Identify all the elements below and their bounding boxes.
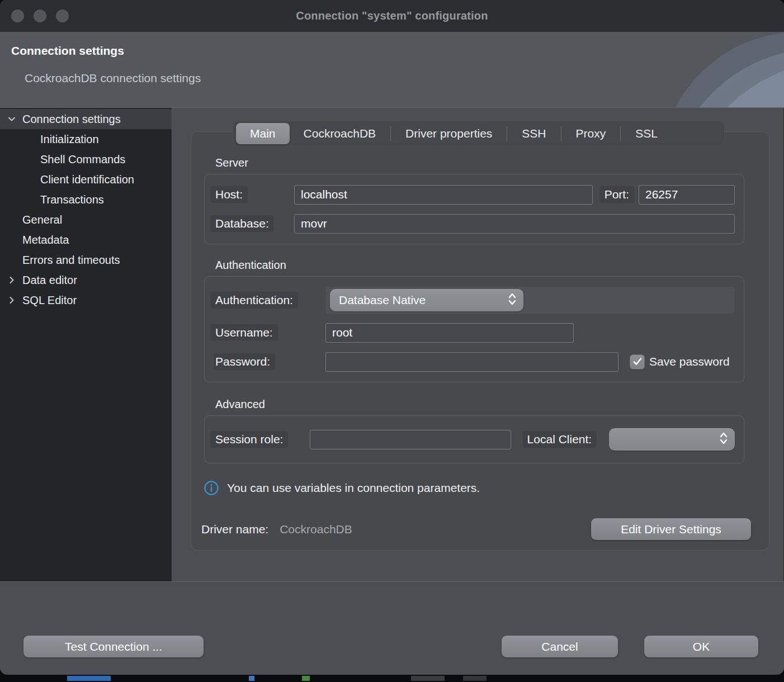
sidebar-item-initialization[interactable]: Initialization bbox=[0, 129, 172, 149]
authentication-label: Authentication: bbox=[214, 292, 321, 309]
chevron-down-icon[interactable] bbox=[6, 114, 18, 124]
sidebar-item-transactions[interactable]: Transactions bbox=[0, 190, 172, 210]
chevron-right-icon[interactable] bbox=[6, 295, 18, 305]
tabbar: MainCockroachDBDriver propertiesSSHProxy… bbox=[233, 121, 725, 146]
username-input[interactable] bbox=[325, 323, 574, 343]
local-client-select[interactable] bbox=[609, 428, 735, 451]
username-label: Username: bbox=[214, 324, 321, 341]
tab-main[interactable]: Main bbox=[236, 123, 290, 144]
info-icon bbox=[204, 480, 219, 496]
sidebar-item-label: Transactions bbox=[40, 193, 104, 206]
checkmark-icon bbox=[632, 357, 643, 367]
sidebar-item-label: General bbox=[22, 214, 62, 226]
page-title: Connection settings bbox=[11, 44, 124, 58]
advanced-section-label: Advanced bbox=[215, 398, 769, 411]
advanced-group: Session role: Local Client: bbox=[204, 415, 744, 463]
test-connection-button[interactable]: Test Connection ... bbox=[23, 636, 204, 657]
zoom-button[interactable] bbox=[56, 10, 69, 22]
sidebar-item-connection-settings[interactable]: Connection settings bbox=[0, 109, 172, 129]
session-role-input[interactable] bbox=[310, 430, 511, 449]
sidebar-item-label: Data editor bbox=[22, 274, 77, 287]
database-label: Database: bbox=[214, 215, 290, 232]
authentication-group: Authentication: Database Native Username… bbox=[204, 276, 744, 382]
sidebar-item-general[interactable]: General bbox=[0, 210, 172, 230]
header: Connection settings CockroachDB connecti… bbox=[0, 32, 784, 108]
sidebar-item-label: Errors and timeouts bbox=[22, 254, 120, 267]
port-label: Port: bbox=[603, 186, 634, 203]
tab-divider bbox=[390, 126, 391, 141]
sidebar-item-sql-editor[interactable]: SQL Editor bbox=[0, 290, 172, 310]
tab-ssh[interactable]: SSH bbox=[508, 123, 560, 144]
cancel-button[interactable]: Cancel bbox=[502, 636, 618, 657]
tab-divider bbox=[507, 126, 507, 141]
page-subtitle: CockroachDB connection settings bbox=[25, 72, 201, 85]
settings-tree: Connection settingsInitializationShell C… bbox=[0, 108, 172, 581]
server-group: Host: Port: Database: bbox=[204, 174, 744, 244]
authentication-select-value: Database Native bbox=[339, 293, 508, 307]
tab-driver-properties[interactable]: Driver properties bbox=[391, 123, 506, 144]
updown-chevrons-icon bbox=[719, 431, 728, 448]
ok-button[interactable]: OK bbox=[644, 636, 758, 657]
driver-name-value: CockroachDB bbox=[280, 523, 352, 536]
password-input[interactable] bbox=[325, 352, 618, 372]
sidebar-item-client-identification[interactable]: Client identification bbox=[0, 169, 172, 190]
sidebar-item-label: Shell Commands bbox=[40, 153, 125, 166]
save-password-label: Save password bbox=[649, 355, 730, 368]
password-label: Password: bbox=[214, 353, 321, 370]
tab-divider bbox=[620, 126, 621, 141]
tab-ssl[interactable]: SSL bbox=[621, 123, 672, 144]
sidebar-item-data-editor[interactable]: Data editor bbox=[0, 270, 172, 290]
server-section-label: Server bbox=[215, 157, 769, 169]
updown-chevrons-icon bbox=[508, 292, 517, 309]
footer: Test Connection ... Cancel OK bbox=[0, 581, 784, 675]
minimize-button[interactable] bbox=[34, 10, 46, 22]
host-input[interactable] bbox=[294, 185, 593, 205]
local-client-label: Local Client: bbox=[526, 431, 597, 448]
tab-proxy[interactable]: Proxy bbox=[562, 123, 620, 144]
dialog-body: Connection settingsInitializationShell C… bbox=[0, 108, 784, 581]
port-input[interactable] bbox=[639, 185, 735, 205]
sidebar-item-label: Client identification bbox=[40, 173, 134, 186]
tab-cockroachdb[interactable]: CockroachDB bbox=[290, 123, 390, 144]
sidebar-item-errors-and-timeouts[interactable]: Errors and timeouts bbox=[0, 250, 172, 270]
authentication-select[interactable]: Database Native bbox=[330, 289, 523, 311]
authentication-section-label: Authentication bbox=[215, 259, 769, 272]
sidebar-item-label: Connection settings bbox=[22, 113, 121, 126]
info-row: You can use variables in connection para… bbox=[204, 480, 769, 496]
session-role-label: Session role: bbox=[214, 431, 305, 448]
sidebar-item-label: SQL Editor bbox=[22, 294, 77, 307]
window-title: Connection "system" configuration bbox=[296, 10, 488, 22]
sidebar-item-shell-commands[interactable]: Shell Commands bbox=[0, 149, 172, 169]
database-input[interactable] bbox=[294, 214, 735, 234]
main-area: MainCockroachDBDriver propertiesSSHProxy… bbox=[173, 108, 784, 581]
titlebar: Connection "system" configuration bbox=[0, 0, 784, 32]
info-text: You can use variables in connection para… bbox=[227, 481, 480, 495]
sidebar-item-metadata[interactable]: Metadata bbox=[0, 230, 172, 250]
sidebar-item-label: Metadata bbox=[22, 234, 69, 247]
chevron-right-icon[interactable] bbox=[6, 275, 18, 285]
tab-content-panel: Server Host: Port: Database: Authenticat… bbox=[191, 131, 769, 551]
sidebar-item-label: Initialization bbox=[40, 133, 99, 146]
connection-dialog: Connection "system" configuration Connec… bbox=[0, 0, 784, 675]
desktop-strip bbox=[0, 675, 784, 682]
edit-driver-settings-button[interactable]: Edit Driver Settings bbox=[591, 518, 751, 540]
save-password-checkbox[interactable] bbox=[630, 354, 645, 370]
host-label: Host: bbox=[214, 186, 290, 203]
driver-row: Driver name: CockroachDB Edit Driver Set… bbox=[201, 518, 751, 540]
driver-name-label: Driver name: bbox=[201, 523, 268, 536]
tab-divider bbox=[561, 126, 561, 141]
close-button[interactable] bbox=[11, 10, 24, 22]
